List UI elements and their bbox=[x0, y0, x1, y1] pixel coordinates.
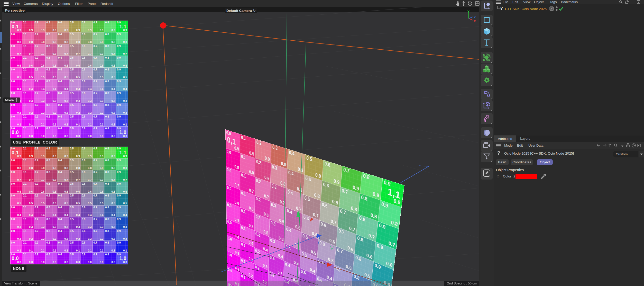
svg-text:Z: Z bbox=[474, 15, 476, 19]
svg-text:Y: Y bbox=[467, 10, 470, 13]
svg-text:X: X bbox=[474, 20, 476, 23]
